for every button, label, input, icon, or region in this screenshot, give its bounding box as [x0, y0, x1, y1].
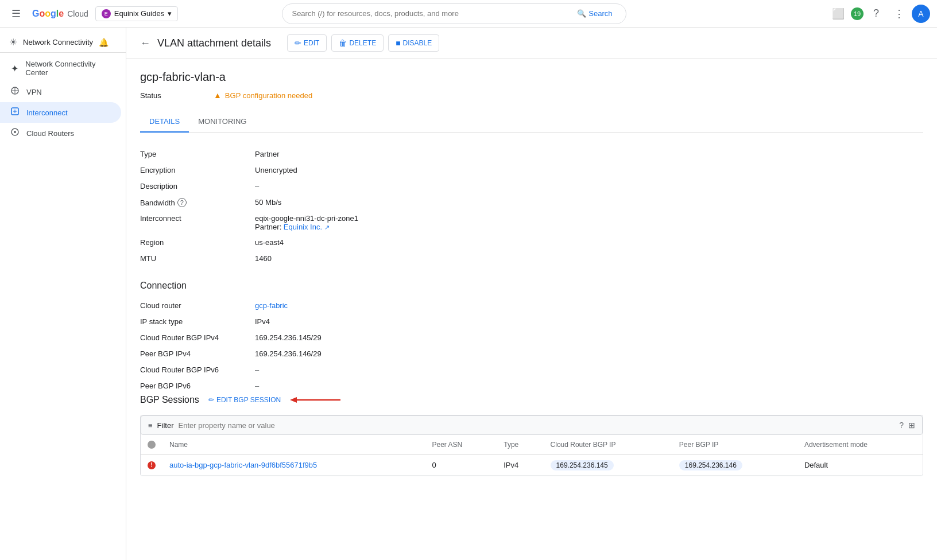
detail-value-encryption: Unencrypted: [255, 166, 297, 174]
cloud-routers-icon: [9, 127, 21, 139]
sidebar-item-cloud-routers[interactable]: Cloud Routers: [0, 123, 121, 143]
table-row: ! auto-ia-bgp-gcp-fabric-vlan-9df6bf5567…: [141, 455, 923, 476]
bgp-section-header: BGP Sessions ✏ EDIT BGP SESSION: [140, 394, 923, 406]
disable-icon: ■: [396, 38, 400, 48]
hamburger-icon[interactable]: ☰: [7, 3, 25, 25]
sidebar-item-interconnect[interactable]: Interconnect: [0, 102, 121, 123]
detail-row-cloud-router: Cloud router gcp-fabric: [140, 298, 923, 314]
connection-heading: Connection: [140, 281, 923, 291]
filter-label: Filter: [157, 421, 174, 430]
svg-point-3: [14, 131, 16, 133]
google-cloud-logo: Google Cloud: [32, 9, 88, 19]
row-name-cell: auto-ia-bgp-gcp-fabric-vlan-9df6bf55671f…: [162, 455, 425, 476]
detail-label-cr-bgp-ipv6: Cloud Router BGP IPv6: [140, 365, 255, 374]
detail-label-encryption: Encryption: [140, 166, 255, 174]
top-header: ☰ Google Cloud E Equinix Guides ▾ 🔍 Sear…: [0, 0, 937, 28]
bgp-sessions-table: Name Peer ASN Type Cloud Router BGP IP P…: [141, 435, 923, 476]
notification-badge[interactable]: 19: [851, 7, 864, 20]
red-arrow-svg: [290, 394, 342, 406]
detail-row-bandwidth: Bandwidth ? 50 Mb/s: [140, 195, 923, 211]
detail-value-cr-bgp-ipv6: –: [255, 365, 259, 374]
svg-marker-5: [290, 397, 297, 403]
detail-value-mtu: 1460: [255, 254, 272, 263]
detail-value-peer-bgp-ipv6: –: [255, 382, 259, 390]
detail-row-type: Type Partner: [140, 146, 923, 162]
columns-icon[interactable]: ⊞: [908, 421, 915, 430]
filter-bar: ≡ Filter ? ⊞: [141, 415, 923, 435]
detail-row-ip-stack: IP stack type IPv4: [140, 314, 923, 330]
bandwidth-help-icon[interactable]: ?: [177, 198, 187, 207]
tab-details[interactable]: DETAILS: [140, 111, 189, 133]
chevron-down-icon: ▾: [168, 9, 172, 18]
col-header-peer-asn: Peer ASN: [425, 435, 497, 455]
vpn-icon: [9, 86, 21, 98]
detail-label-mtu: MTU: [140, 254, 255, 263]
row-type-cell: IPv4: [497, 455, 543, 476]
edit-icon: ✏: [295, 38, 301, 48]
detail-value-bandwidth: 50 Mb/s: [255, 198, 281, 207]
ncc-icon: ✦: [9, 63, 20, 74]
filter-actions: ? ⊞: [899, 421, 915, 430]
header-right: ⬜ 19 ? ⋮ A: [828, 3, 930, 24]
col-header-type: Type: [497, 435, 543, 455]
edit-bgp-icon: ✏: [208, 396, 214, 404]
search-button[interactable]: 🔍 Search: [572, 9, 617, 18]
filter-icon: ≡: [148, 421, 153, 430]
help-icon[interactable]: ?: [899, 421, 904, 430]
sidebar: ☀ Network Connectivity 🔔 ✦ Network Conne…: [0, 28, 126, 560]
detail-row-peer-bgp-ipv4: Peer BGP IPv4 169.254.236.146/29: [140, 346, 923, 362]
external-link-icon: ↗: [324, 224, 330, 231]
detail-label-peer-bgp-ipv6: Peer BGP IPv6: [140, 382, 255, 390]
filter-input[interactable]: [178, 421, 895, 430]
status-label: Status: [140, 91, 209, 100]
col-header-status: [141, 435, 162, 455]
search-input[interactable]: [292, 9, 572, 18]
bgp-session-link[interactable]: auto-ia-bgp-gcp-fabric-vlan-9df6bf55671f…: [169, 461, 317, 469]
detail-value-region: us-east4: [255, 238, 284, 247]
app-body: ☀ Network Connectivity 🔔 ✦ Network Conne…: [0, 28, 937, 560]
detail-label-bandwidth: Bandwidth ?: [140, 198, 255, 207]
tab-monitoring[interactable]: MONITORING: [189, 111, 255, 133]
connection-section: Cloud router gcp-fabric IP stack type IP…: [140, 298, 923, 394]
bgp-sessions-title: BGP Sessions: [140, 395, 199, 405]
project-selector[interactable]: E Equinix Guides ▾: [95, 6, 178, 21]
notification-bell-icon[interactable]: 🔔: [99, 38, 109, 47]
disable-button[interactable]: ■ DISABLE: [388, 34, 439, 52]
row-cr-bgp-ip-cell: 169.254.236.145: [544, 455, 672, 476]
detail-row-cr-bgp-ipv6: Cloud Router BGP IPv6 –: [140, 362, 923, 378]
page-header: ← VLAN attachment details ✏ EDIT 🗑 DELET…: [126, 28, 937, 59]
status-text: BGP configuration needed: [225, 91, 312, 100]
search-icon: 🔍: [577, 9, 586, 18]
detail-label-peer-bgp-ipv4: Peer BGP IPv4: [140, 349, 255, 358]
content-area: gcp-fabric-vlan-a Status ▲ BGP configura…: [126, 59, 937, 488]
equinix-inc-link[interactable]: Equinix Inc. ↗: [284, 223, 330, 231]
edit-bgp-session-button[interactable]: ✏ EDIT BGP SESSION: [208, 396, 281, 404]
help-icon-button[interactable]: ?: [866, 3, 886, 24]
status-warning: ▲ BGP configuration needed: [214, 91, 312, 100]
tabs: DETAILS MONITORING: [140, 111, 923, 133]
back-button[interactable]: ←: [140, 37, 150, 49]
action-buttons: ✏ EDIT 🗑 DELETE ■ DISABLE: [287, 34, 439, 52]
status-row: Status ▲ BGP configuration needed: [140, 91, 923, 100]
delete-button[interactable]: 🗑 DELETE: [331, 34, 384, 52]
sidebar-item-ncc[interactable]: ✦ Network Connectivity Center: [0, 55, 121, 81]
detail-label-region: Region: [140, 238, 255, 247]
detail-label-cr-bgp-ipv4: Cloud Router BGP IPv4: [140, 333, 255, 342]
status-header-dot: [148, 441, 156, 449]
more-options-icon[interactable]: ⋮: [889, 3, 909, 24]
sidebar-item-ncc-label: Network Connectivity Center: [25, 60, 112, 77]
cloud-router-link[interactable]: gcp-fabric: [255, 301, 288, 310]
detail-row-cr-bgp-ipv4: Cloud Router BGP IPv4 169.254.236.145/29: [140, 330, 923, 346]
sidebar-item-vpn[interactable]: VPN: [0, 81, 121, 102]
monitor-icon-button[interactable]: ⬜: [828, 3, 849, 24]
detail-value-cr-bgp-ipv4: 169.254.236.145/29: [255, 333, 322, 342]
avatar[interactable]: A: [912, 5, 930, 23]
row-adv-mode-cell: Default: [797, 455, 923, 476]
detail-value-ip-stack: IPv4: [255, 317, 270, 326]
row-status-cell: !: [141, 455, 162, 476]
interconnect-primary-value: eqix-google-nni31-dc-pri-zone1: [255, 214, 358, 223]
project-name: Equinix Guides: [114, 9, 164, 18]
row-peer-bgp-ip-cell: 169.254.236.146: [672, 455, 797, 476]
interconnect-icon: [9, 107, 21, 118]
edit-button[interactable]: ✏ EDIT: [287, 34, 327, 52]
